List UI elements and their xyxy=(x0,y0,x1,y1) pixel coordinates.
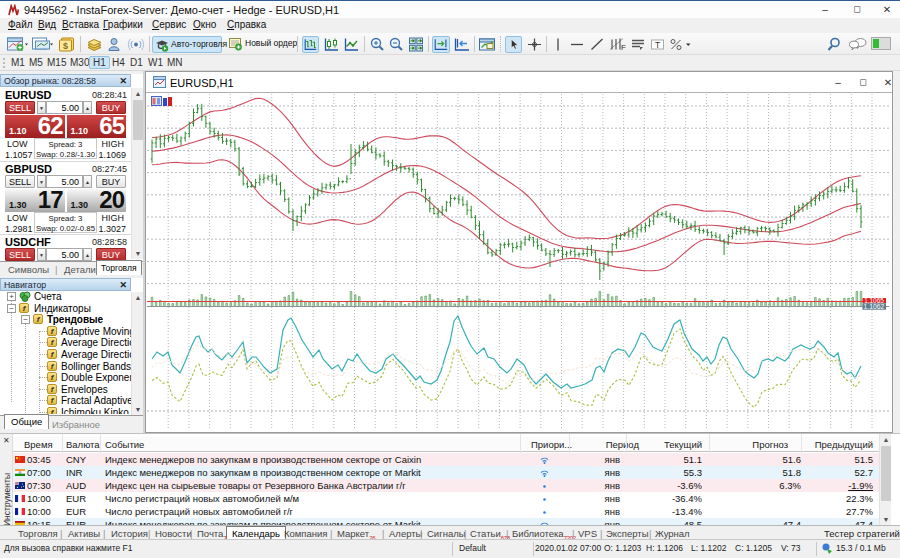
svg-text:$: $ xyxy=(63,41,68,51)
svg-text:F: F xyxy=(621,43,626,52)
svg-text:T: T xyxy=(655,40,660,50)
svg-text:1.1062: 1.1062 xyxy=(864,303,885,310)
